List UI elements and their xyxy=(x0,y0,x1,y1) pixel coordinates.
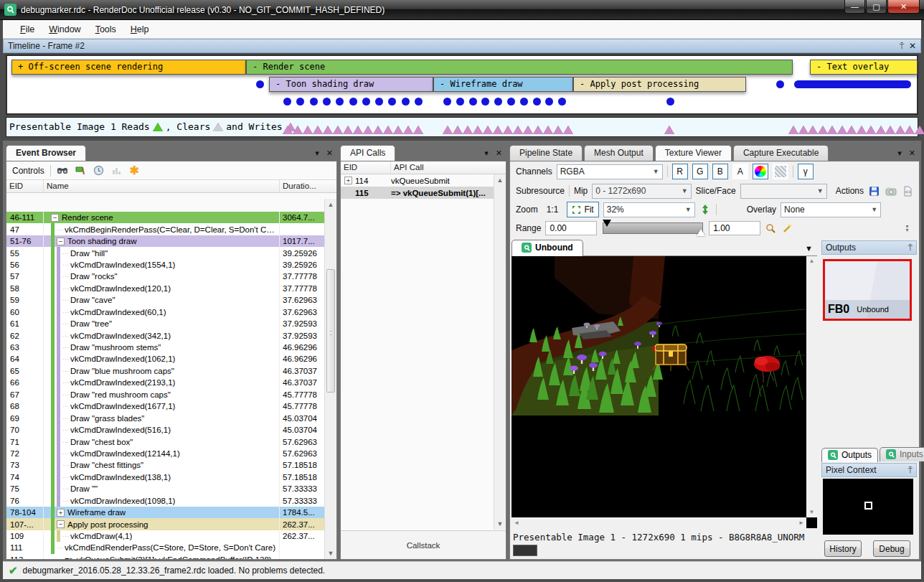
write-marker-icon[interactable] xyxy=(303,126,313,134)
write-marker-icon[interactable] xyxy=(293,126,303,134)
texture-panel-close-icon[interactable]: ✕ xyxy=(909,149,915,158)
menu-help[interactable]: Help xyxy=(123,22,156,37)
timing-clock-icon[interactable] xyxy=(93,164,105,177)
event-row-65[interactable]: 65···Draw "blue mushroom caps"46.37037 xyxy=(6,365,324,377)
write-marker-icon[interactable] xyxy=(808,126,818,134)
outputs-pin-icon[interactable]: ⍑ xyxy=(908,243,913,253)
tab-capture-executable[interactable]: Capture Executable xyxy=(733,145,829,161)
timeline-markers[interactable]: Presentable Image 1 Reads , Clears and W… xyxy=(6,117,918,137)
write-marker-icon[interactable] xyxy=(876,126,886,134)
gamma-button[interactable]: γ xyxy=(798,164,814,179)
event-row-72[interactable]: 72···vkCmdDrawIndexed(12144,1)57.62963 xyxy=(6,448,324,459)
event-row-58[interactable]: 58···vkCmdDrawIndexed(120,1)37.77778 xyxy=(6,283,324,294)
write-marker-icon[interactable] xyxy=(847,126,857,134)
timeline-bar[interactable]: - Text overlay xyxy=(810,60,918,75)
api-calls-scrollbar[interactable]: ▲ ▼ xyxy=(494,174,506,530)
event-row-63[interactable]: 63···Draw "mushroom stems"46.96296 xyxy=(6,342,324,353)
menu-tools[interactable]: Tools xyxy=(88,22,123,37)
event-row-69[interactable]: 69···Draw "grass blades"45.03704 xyxy=(6,412,324,423)
timeline-event-dot[interactable] xyxy=(558,98,566,105)
timeline-bar[interactable]: - Apply post processing xyxy=(573,77,746,92)
fit-button[interactable]: Fit xyxy=(567,202,598,217)
write-marker-icon[interactable] xyxy=(363,126,373,134)
bookmark-star-icon[interactable]: ✱ xyxy=(128,164,141,177)
timeline-event-dot[interactable] xyxy=(545,98,553,105)
event-row-57[interactable]: 57···Draw "rocks"37.77778 xyxy=(6,271,324,282)
debug-button[interactable]: Debug xyxy=(873,540,910,557)
event-row-67[interactable]: 67···Draw "red mushroom caps"45.77778 xyxy=(6,389,324,400)
colorwheel-button[interactable] xyxy=(753,164,768,179)
expander-icon[interactable]: + xyxy=(344,177,352,184)
tab-api-calls[interactable]: API Calls xyxy=(340,145,395,161)
write-marker-icon[interactable] xyxy=(905,126,915,134)
timeline-event-dot[interactable] xyxy=(388,98,396,105)
event-row-113[interactable]: 113···=> vkQueueSubmit(2)[1]: vkEndComma… xyxy=(6,554,324,559)
range-white-point-handle[interactable] xyxy=(697,229,705,236)
timeline-event-dot[interactable] xyxy=(375,98,383,105)
timeline-bar[interactable]: + Off-screen scene rendering xyxy=(11,60,246,75)
write-marker-icon[interactable] xyxy=(513,126,523,134)
expander-icon[interactable]: − xyxy=(51,214,59,222)
write-marker-icon[interactable] xyxy=(866,126,876,134)
zoom-1-1-button[interactable]: 1:1 xyxy=(542,203,563,216)
tab-unbound-texture[interactable]: Unbound xyxy=(512,240,583,256)
write-marker-icon[interactable] xyxy=(493,126,503,134)
timeline-event-dot[interactable] xyxy=(776,80,784,88)
write-marker-icon[interactable] xyxy=(343,126,353,134)
expander-icon[interactable]: + xyxy=(57,509,65,517)
timeline-bar[interactable]: - Toon shading draw xyxy=(269,77,433,92)
timeline-event-dot[interactable] xyxy=(494,98,502,105)
jump-to-eid-icon[interactable] xyxy=(75,164,87,177)
write-marker-icon[interactable] xyxy=(895,126,905,134)
write-marker-icon[interactable] xyxy=(664,126,674,134)
pin-icon[interactable]: ⍑ xyxy=(900,42,905,51)
event-browser-scrollbar[interactable]: ▲ ▼ xyxy=(324,199,336,559)
channel-a-button[interactable]: A xyxy=(732,164,748,179)
tab-inputs[interactable]: Inputs xyxy=(880,447,924,461)
event-browser-column-header[interactable]: EID Name Duratio... xyxy=(6,180,336,193)
timeline-event-dot[interactable] xyxy=(310,98,318,105)
api-calls-close-icon[interactable]: ✕ xyxy=(496,149,502,158)
api-calls-column-header[interactable]: EID API Call xyxy=(341,161,506,174)
overlay-select[interactable]: None▼ xyxy=(781,202,881,217)
timeline-event-dot[interactable] xyxy=(469,98,477,105)
autofit-wand-icon[interactable] xyxy=(781,222,793,235)
timeline-event-dot[interactable] xyxy=(283,98,291,105)
menu-file[interactable]: File xyxy=(13,22,42,37)
event-row-68[interactable]: 68···vkCmdDrawIndexed(1677,1)45.77778 xyxy=(6,400,324,412)
write-marker-icon[interactable] xyxy=(333,126,343,134)
expander-icon[interactable]: − xyxy=(57,520,65,528)
write-marker-icon[interactable] xyxy=(413,126,423,134)
event-row-60[interactable]: 60···vkCmdDrawIndexed(60,1)37.62963 xyxy=(6,306,324,318)
write-marker-icon[interactable] xyxy=(857,126,867,134)
event-row-107-[interactable]: 107-...−Apply post processing262.37... xyxy=(6,518,324,530)
write-marker-icon[interactable] xyxy=(323,126,333,134)
menu-window[interactable]: Window xyxy=(42,22,88,37)
event-row-70[interactable]: 70···vkCmdDrawIndexed(516,1)45.03704 xyxy=(6,424,324,436)
texture-hscrollbar[interactable]: ◄► xyxy=(512,517,806,528)
minimize-button[interactable]: — xyxy=(844,0,865,14)
event-row-61[interactable]: 61···Draw "tree"37.92593 xyxy=(6,318,324,329)
event-row-111[interactable]: 111···vkCmdEndRenderPass(C=Store, D=Stor… xyxy=(6,542,324,553)
timeline-bar[interactable]: - Wireframe draw xyxy=(433,77,573,92)
tab-mesh-output[interactable]: Mesh Output xyxy=(584,145,654,161)
timeline-event-dot[interactable] xyxy=(520,98,528,105)
event-row-74[interactable]: 74···vkCmdDrawIndexed(138,1)57.18518 xyxy=(6,471,324,483)
write-marker-icon[interactable] xyxy=(483,126,493,134)
write-marker-icon[interactable] xyxy=(553,126,563,134)
write-marker-icon[interactable] xyxy=(503,126,513,134)
write-marker-icon[interactable] xyxy=(463,126,473,134)
event-row-51-76[interactable]: 51-76−Toon shading draw1017.7... xyxy=(6,235,324,247)
write-marker-icon[interactable] xyxy=(473,126,483,134)
event-browser-close-icon[interactable]: ✕ xyxy=(326,149,333,158)
event-browser-menu-icon[interactable]: ▾ xyxy=(315,149,319,158)
zoom-range-icon[interactable] xyxy=(765,222,777,235)
save-texture-icon[interactable] xyxy=(868,185,880,197)
range-min-input[interactable]: 0.00 xyxy=(545,221,597,235)
texture-viewport[interactable]: ▲▼ ◄► xyxy=(512,256,817,528)
write-marker-icon[interactable] xyxy=(788,126,798,134)
tab-event-browser[interactable]: Event Browser xyxy=(6,145,86,161)
write-marker-icon[interactable] xyxy=(885,126,895,134)
timeline-event-dot[interactable] xyxy=(507,98,515,105)
texture-vscrollbar[interactable]: ▲▼ xyxy=(806,256,817,517)
